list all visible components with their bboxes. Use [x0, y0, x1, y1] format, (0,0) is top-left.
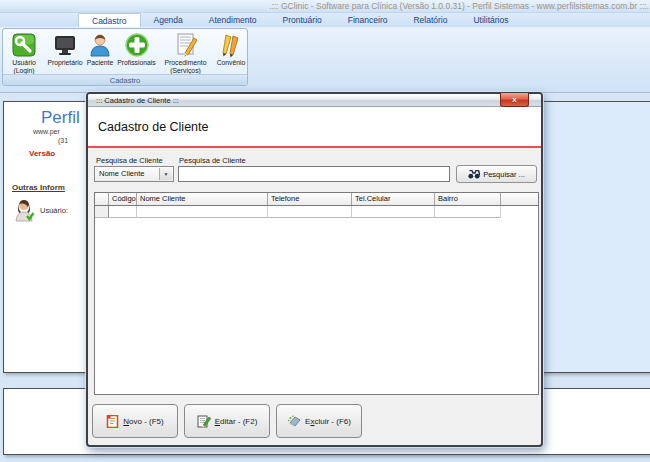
ribbon-item-convenio[interactable]: Convênio	[213, 31, 249, 75]
row-cell-bairro	[435, 206, 501, 218]
document-pencil-icon	[173, 32, 199, 58]
column-header-bairro[interactable]: Bairro	[435, 193, 501, 205]
clients-table[interactable]: Código Nome Cliente Telefone Tel.Celular…	[94, 192, 539, 395]
excluir-button[interactable]: Excluir - (F6)	[276, 404, 362, 438]
row-selector-cell[interactable]	[95, 206, 109, 218]
pencils-icon	[218, 32, 244, 58]
ribbon: Usuário (Login) Proprietário Paciente	[0, 27, 650, 93]
search-filter-dropdown[interactable]: Nome Cliente ▼	[94, 166, 174, 182]
pesquisar-button[interactable]: Pesquisar ...	[456, 165, 537, 183]
chevron-down-icon[interactable]: ▼	[159, 168, 172, 180]
ribbon-item-label: Usuário (Login)	[12, 59, 35, 74]
column-header-codigo[interactable]: Código	[109, 193, 137, 205]
tab-atendimento[interactable]: Atendimento	[196, 13, 270, 27]
dialog-action-buttons: Novo - (F5) Editar - (F2) Excluir - (F6)	[92, 404, 362, 438]
new-document-icon	[106, 415, 119, 428]
search-filter-label: Pesquisa de Cliente	[96, 156, 163, 165]
tab-agenda[interactable]: Agenda	[141, 13, 196, 27]
ribbon-item-label: Procedimento (Serviços)	[165, 59, 207, 74]
ribbon-item-procedimento[interactable]: Procedimento (Serviços)	[158, 31, 213, 75]
wrench-icon	[11, 32, 37, 58]
monitor-icon	[52, 32, 78, 58]
dialog-titlebar[interactable]: ::: Cadastro de Cliente ::: x	[88, 94, 541, 107]
tab-utilitarios[interactable]: Utilitários	[460, 13, 521, 27]
ribbon-item-profissionais[interactable]: Profissionais	[115, 31, 158, 75]
ribbon-group-label: Cadastro	[3, 74, 247, 85]
column-header-selector	[95, 193, 109, 205]
editar-button-label: Editar - (F2)	[215, 417, 258, 426]
ribbon-group-cadastro: Usuário (Login) Proprietário Paciente	[2, 28, 248, 86]
search-input[interactable]	[178, 166, 450, 182]
dialog-heading-bar: Cadastro de Cliente	[88, 107, 541, 148]
column-header-telefone[interactable]: Telefone	[268, 193, 352, 205]
table-row[interactable]	[95, 206, 538, 218]
user-label: Usuário:	[40, 206, 68, 215]
app-titlebar: .::: GClinic - Software para Clínica (Ve…	[0, 0, 650, 13]
brand-website: www.per	[33, 128, 60, 135]
tab-prontuario[interactable]: Prontuário	[270, 13, 335, 27]
tab-relatorio[interactable]: Relatório	[400, 13, 460, 27]
eraser-icon	[287, 415, 301, 427]
ribbon-item-label: Paciente	[87, 59, 113, 67]
edit-notepad-icon	[197, 415, 211, 428]
person-icon	[87, 32, 113, 58]
version-text: Versão	[29, 149, 55, 158]
row-cell-telefone	[268, 206, 352, 218]
search-query-label: Pesquisa de Cliente	[179, 156, 246, 165]
brand-logo-text: Perfil	[41, 108, 80, 128]
app-title: .::: GClinic - Software para Clínica (Ve…	[269, 1, 650, 11]
ribbon-item-label: Proprietário	[47, 59, 82, 67]
tab-cadastro[interactable]: Cadastro	[78, 13, 141, 27]
column-header-tel-celular[interactable]: Tel.Celular	[352, 193, 435, 205]
ribbon-item-proprietario[interactable]: Proprietário	[45, 31, 85, 75]
other-info-heading: Outras Inform	[12, 183, 65, 192]
ribbon-item-paciente[interactable]: Paciente	[85, 31, 115, 75]
novo-button[interactable]: Novo - (F5)	[92, 404, 178, 438]
editar-button[interactable]: Editar - (F2)	[184, 404, 270, 438]
row-cell-tel-celular	[352, 206, 435, 218]
binoculars-icon	[468, 170, 480, 179]
row-cell-codigo	[109, 206, 137, 218]
ribbon-item-label: Profissionais	[117, 59, 156, 67]
tab-financeiro[interactable]: Financeiro	[335, 13, 401, 27]
pesquisar-button-label: Pesquisar ...	[483, 170, 525, 179]
user-avatar-icon	[14, 198, 36, 222]
plus-circle-icon	[124, 32, 150, 58]
dialog-title: ::: Cadastro de Cliente :::	[88, 94, 541, 107]
menu-tabstrip: Cadastro Agenda Atendimento Prontuário F…	[0, 13, 650, 27]
novo-button-label: Novo - (F5)	[123, 417, 163, 426]
excluir-button-label: Excluir - (F6)	[305, 417, 351, 426]
row-cell-nome-cliente	[137, 206, 268, 218]
close-icon[interactable]: x	[500, 93, 529, 107]
column-header-nome-cliente[interactable]: Nome Cliente	[137, 193, 268, 205]
cadastro-cliente-dialog: ::: Cadastro de Cliente ::: x Cadastro d…	[86, 92, 543, 447]
table-header-row: Código Nome Cliente Telefone Tel.Celular…	[95, 193, 538, 206]
brand-phone: (31	[58, 137, 68, 144]
ribbon-item-usuario-login[interactable]: Usuário (Login)	[3, 31, 45, 75]
dialog-heading: Cadastro de Cliente	[98, 120, 208, 134]
ribbon-item-label: Convênio	[217, 59, 246, 67]
